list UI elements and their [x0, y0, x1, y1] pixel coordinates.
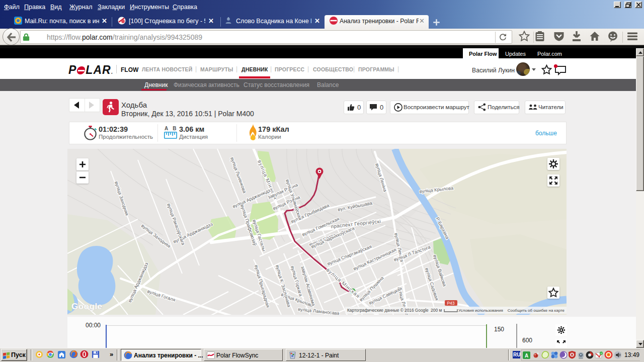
svg-text:Р43: Р43: [447, 301, 454, 306]
svg-text:Картографические данные © 2016: Картографические данные © 2016 Google: [347, 308, 429, 313]
svg-text:A: A: [525, 353, 528, 358]
svg-text:Google: Google: [71, 302, 103, 311]
svg-text:Сообщить об ошибке на карте: Сообщить об ошибке на карте: [508, 308, 565, 313]
svg-text:200 м: 200 м: [431, 308, 442, 313]
svg-text:Условия использования: Условия использования: [458, 308, 503, 313]
